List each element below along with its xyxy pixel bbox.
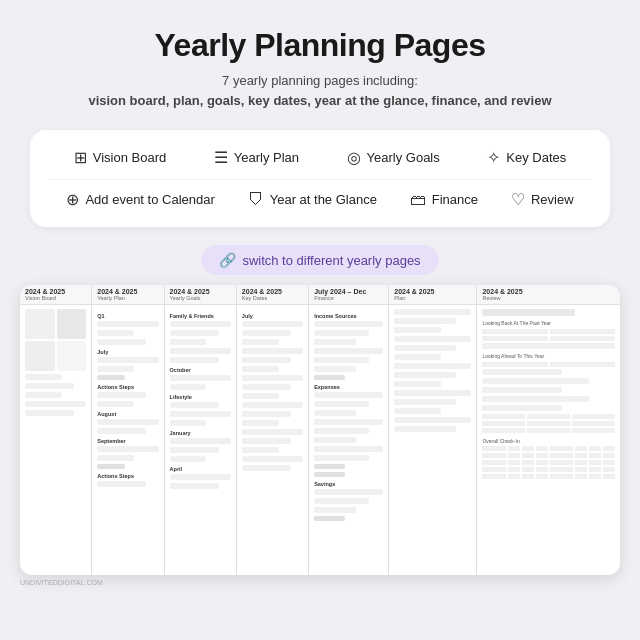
- panel-body-6: [389, 305, 476, 575]
- link-icon: 🔗: [219, 252, 236, 268]
- review-label: Review: [531, 192, 574, 207]
- add-calendar-label: Add event to Calendar: [85, 192, 214, 207]
- vision-board-preview: 2024 & 2025 Vision Board: [20, 285, 92, 575]
- yearly-plan-preview: 2024 & 2025 Yearly Plan Q1 July Actions …: [92, 285, 164, 575]
- yearly-goals-label: Yearly Goals: [367, 150, 440, 165]
- watermark: UNDIVITEDDIGITAL.COM: [0, 575, 640, 590]
- feature-key-dates: ✧ Key Dates: [487, 148, 566, 167]
- feature-year-glance: ⛉ Year at the Glance: [248, 191, 377, 209]
- panel-body-3: Family & Friends October Lifestyle Janua…: [165, 305, 236, 575]
- preview-container: 2024 & 2025 Vision Board 2024 & 2025 Yea…: [20, 285, 620, 575]
- features-card: ⊞ Vision Board ☰ Yearly Plan ◎ Yearly Go…: [30, 130, 610, 227]
- review-icon: ♡: [511, 190, 525, 209]
- panel-body-2: Q1 July Actions Steps August September A…: [92, 305, 163, 575]
- key-dates-icon: ✧: [487, 148, 500, 167]
- panel-body-7: Looking Back At The Past Year Looking Ah…: [477, 305, 620, 575]
- yearly-plan-icon: ☰: [214, 148, 228, 167]
- key-dates-preview: 2024 & 2025 Key Dates July: [237, 285, 309, 575]
- year-glance-label: Year at the Glance: [270, 192, 377, 207]
- panel-header-2: 2024 & 2025 Yearly Plan: [92, 285, 163, 305]
- yearly-goals-icon: ◎: [347, 148, 361, 167]
- yearly-goals-preview: 2024 & 2025 Yearly Goals Family & Friend…: [165, 285, 237, 575]
- panel-body-5: Income Sources Expenses Savings: [309, 305, 388, 575]
- add-calendar-icon: ⊕: [66, 190, 79, 209]
- feature-vision-board: ⊞ Vision Board: [74, 148, 166, 167]
- panel-body-1: [20, 305, 91, 575]
- panel-body-4: July: [237, 305, 308, 575]
- page-header: Yearly Planning Pages 7 yearly planning …: [68, 0, 571, 122]
- panel-header-4: 2024 & 2025 Key Dates: [237, 285, 308, 305]
- finance-label: Finance: [432, 192, 478, 207]
- switch-pages-button[interactable]: 🔗 switch to different yearly pages: [201, 245, 438, 275]
- features-row-2: ⊕ Add event to Calendar ⛉ Year at the Gl…: [50, 179, 590, 213]
- feature-finance: 🗃 Finance: [410, 191, 478, 209]
- panel-header-7: 2024 & 2025 Review: [477, 285, 620, 305]
- vision-board-label: Vision Board: [93, 150, 166, 165]
- feature-add-calendar: ⊕ Add event to Calendar: [66, 190, 214, 209]
- year-glance-icon: ⛉: [248, 191, 264, 209]
- vision-board-icon: ⊞: [74, 148, 87, 167]
- subtitle: 7 yearly planning pages including: visio…: [88, 71, 551, 110]
- panel-header-6: 2024 & 2025 Plan: [389, 285, 476, 305]
- page-title: Yearly Planning Pages: [88, 28, 551, 63]
- finance-icon: 🗃: [410, 191, 426, 209]
- finance-preview: July 2024 – Dec Finance Income Sources E…: [309, 285, 389, 575]
- switch-button-label: switch to different yearly pages: [242, 253, 420, 268]
- review-preview: 2024 & 2025 Review Looking Back At The P…: [477, 285, 620, 575]
- panel-header-5: July 2024 – Dec Finance: [309, 285, 388, 305]
- panel-header-3: 2024 & 2025 Yearly Goals: [165, 285, 236, 305]
- key-dates-label: Key Dates: [506, 150, 566, 165]
- features-row-1: ⊞ Vision Board ☰ Yearly Plan ◎ Yearly Go…: [50, 144, 590, 171]
- feature-review: ♡ Review: [511, 190, 574, 209]
- yearly-plan-label: Yearly Plan: [234, 150, 299, 165]
- plan-preview: 2024 & 2025 Plan: [389, 285, 477, 575]
- feature-yearly-goals: ◎ Yearly Goals: [347, 148, 440, 167]
- feature-yearly-plan: ☰ Yearly Plan: [214, 148, 299, 167]
- panel-header-1: 2024 & 2025 Vision Board: [20, 285, 91, 305]
